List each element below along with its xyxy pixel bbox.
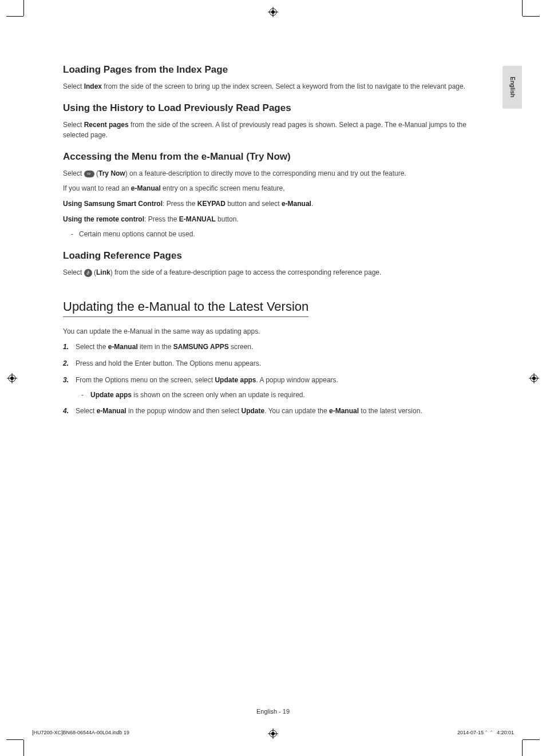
- print-footer: [HU7200-XC]BN68-06544A-00L04.indb 19 201…: [32, 730, 514, 735]
- registration-mark-icon: [529, 373, 539, 383]
- link-icon: ∂: [84, 269, 92, 277]
- paragraph: Using the remote control: Press the E-MA…: [63, 214, 475, 225]
- crop-mark: [6, 16, 23, 17]
- paragraph: You can update the e-Manual in the same …: [63, 326, 475, 337]
- section-heading: Using the History to Load Previously Rea…: [63, 102, 475, 114]
- print-timestamp: 2014-07-15 ᄉᄉ 4:20:01: [457, 730, 514, 735]
- sub-note: Update apps is shown on the screen only …: [63, 390, 475, 401]
- paragraph: If you want to read an e-Manual entry on…: [63, 183, 475, 194]
- section-heading: Loading Reference Pages: [63, 250, 475, 262]
- paragraph: Select Index from the side of the screen…: [63, 81, 475, 92]
- crop-mark: [523, 16, 540, 17]
- page-number-footer: English - 19: [0, 708, 546, 715]
- list-item: Press and hold the Enter button. The Opt…: [63, 358, 475, 369]
- page-content: Loading Pages from the Index Page Select…: [63, 64, 475, 422]
- registration-mark-icon: [268, 7, 278, 17]
- section-heading: Loading Pages from the Index Page: [63, 64, 475, 76]
- section-title: Updating the e-Manual to the Latest Vers…: [63, 299, 308, 317]
- crop-mark: [522, 740, 523, 756]
- language-tab-label: English: [509, 77, 516, 97]
- crop-mark: [522, 0, 523, 16]
- list-item: Select e-Manual in the popup window and …: [63, 406, 475, 417]
- paragraph: Select ⇨ (Try Now) on a feature-descript…: [63, 168, 475, 179]
- ordered-list: Select the e-Manual item in the SAMSUNG …: [63, 342, 475, 386]
- list-item: Select the e-Manual item in the SAMSUNG …: [63, 342, 475, 353]
- ordered-list: Select e-Manual in the popup window and …: [63, 406, 475, 417]
- paragraph: Select Recent pages from the side of the…: [63, 120, 475, 141]
- crop-mark: [523, 739, 540, 740]
- section-heading: Accessing the Menu from the e-Manual (Tr…: [63, 151, 475, 163]
- list-item: From the Options menu on the screen, sel…: [63, 375, 475, 386]
- crop-mark: [23, 740, 24, 756]
- try-now-icon: ⇨: [84, 171, 94, 177]
- file-reference: [HU7200-XC]BN68-06544A-00L04.indb 19: [32, 730, 129, 735]
- crop-mark: [23, 0, 24, 16]
- registration-mark-icon: [7, 373, 17, 383]
- note-item: Certain menu options cannot be used.: [63, 229, 475, 240]
- crop-mark: [6, 739, 23, 740]
- paragraph: Using Samsung Smart Control: Press the K…: [63, 199, 475, 209]
- paragraph: Select ∂ (Link) from the side of a featu…: [63, 267, 475, 278]
- language-tab: English: [503, 66, 522, 109]
